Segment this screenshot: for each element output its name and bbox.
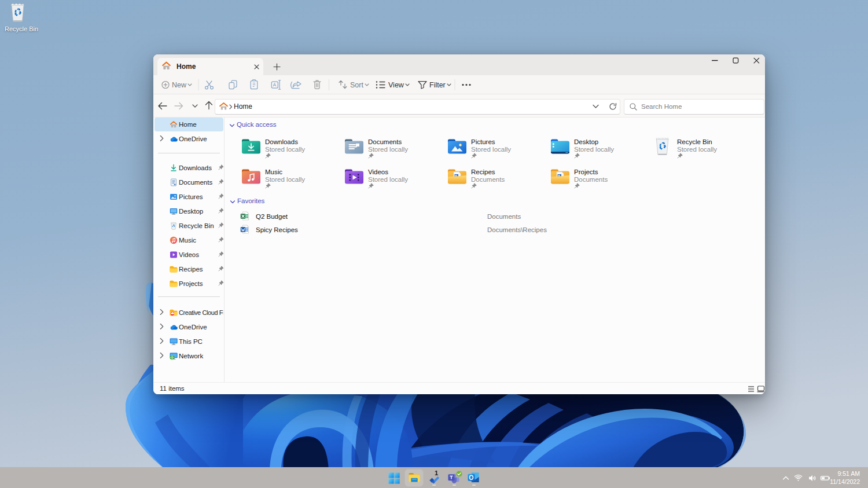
svg-text:Filter: Filter [429,81,446,89]
svg-text:View: View [388,81,404,89]
svg-text:Sort: Sort [350,81,363,89]
svg-text:New: New [172,81,187,89]
